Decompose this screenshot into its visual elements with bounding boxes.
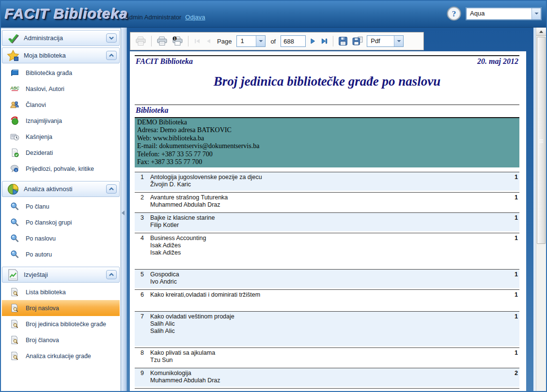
row-title-authors: GospodicaIvo Andric bbox=[150, 271, 499, 286]
print-icon[interactable] bbox=[156, 36, 168, 46]
sidebar-item-label: Po autoru bbox=[26, 251, 52, 258]
members-icon bbox=[10, 100, 19, 109]
row-author: Muhammed Abdulah Draz bbox=[150, 377, 499, 384]
row-number: 1 bbox=[135, 174, 150, 188]
scrollbar-thumb[interactable] bbox=[537, 37, 546, 244]
row-title-authors: Bajke iz klasicne starineFilip Kotler bbox=[150, 214, 499, 229]
checkmark-icon bbox=[7, 32, 19, 45]
app-header: FACIT Biblioteka Admin Administrator Odj… bbox=[1, 1, 546, 28]
row-author: Isak Adižes bbox=[150, 242, 499, 249]
sidebar-item-broj-naslova[interactable]: Broj naslova bbox=[2, 300, 120, 316]
report-rows: 1Antologija jugoslovenske poezije za dje… bbox=[135, 172, 519, 391]
sidebar-section-header-izvjestaji[interactable]: Izvještaji bbox=[2, 267, 120, 283]
total-pages-field[interactable] bbox=[281, 35, 306, 47]
logout-link[interactable]: Odjava bbox=[185, 14, 205, 21]
row-title: Kako plivati sa ajkulama bbox=[150, 349, 499, 357]
row-number: 7 bbox=[135, 313, 150, 335]
chevron-up-icon[interactable] bbox=[106, 270, 117, 279]
row-author: Tzu Sun bbox=[150, 357, 499, 364]
magnifier-icon bbox=[10, 234, 19, 243]
sidebar-splitter[interactable] bbox=[121, 28, 127, 391]
sidebar-item-deziderati[interactable]: Deziderati bbox=[2, 145, 120, 161]
sidebar-item-label: Deziderati bbox=[26, 150, 53, 156]
star-icon bbox=[7, 49, 19, 62]
app-window: FACIT Biblioteka Admin Administrator Odj… bbox=[0, 0, 547, 392]
row-count: 1 bbox=[499, 291, 519, 299]
sidebar-item-broj-clanova[interactable]: Broj članova bbox=[2, 332, 120, 348]
sidebar-section-header-analiza-aktivnosti[interactable]: Analiza aktivnosti bbox=[2, 181, 120, 197]
sidebar-item-analiza-cirkulacije-grade[interactable]: Analiza cirkulacije građe bbox=[2, 348, 120, 364]
print-preview-icon[interactable] bbox=[135, 36, 147, 46]
table-row: 8Kako plivati sa ajkulamaTzu Sun1 bbox=[135, 347, 519, 366]
row-count: 1 bbox=[499, 390, 519, 391]
row-count: 1 bbox=[499, 174, 519, 188]
table-row: 3Bajke iz klasicne starineFilip Kotler1 bbox=[135, 212, 519, 231]
last-page-icon[interactable] bbox=[320, 37, 328, 45]
chevron-down-icon[interactable] bbox=[256, 36, 265, 46]
table-row: 10LobiranjeMichel Clamen1 bbox=[135, 388, 519, 391]
sidebar-item-po-autoru[interactable]: Po autoru bbox=[2, 246, 120, 262]
theme-select[interactable]: Aqua bbox=[466, 8, 541, 20]
scroll-up-icon[interactable] bbox=[536, 28, 546, 36]
report-header-left: FACIT Biblioteka bbox=[136, 57, 193, 66]
vertical-scrollbar[interactable] bbox=[536, 28, 546, 391]
svg-text:ABC: ABC bbox=[10, 86, 19, 90]
table-row: 1Antologija jugoslovenske poezije za dje… bbox=[135, 172, 519, 191]
sidebar-item-label: Naslovi, Autori bbox=[26, 86, 64, 92]
sidebar-item-po-clanu[interactable]: Po članu bbox=[2, 198, 120, 214]
sidebar-item-kasnjenja[interactable]: Kašnjenja bbox=[2, 129, 120, 145]
sidebar-item-label: Broj jedinica bibliotečke građe bbox=[26, 321, 106, 328]
export-format-select[interactable]: Pdf bbox=[367, 35, 404, 47]
lending-icon bbox=[10, 116, 19, 125]
user-area: Admin Administrator Odjava bbox=[125, 14, 205, 21]
sidebar-item-po-clanskoj-grupi[interactable]: Po članskoj grupi bbox=[2, 214, 120, 230]
sidebar-item-prijedlozi-pohvale-kritike[interactable]: iPrijedlozi, pohvale, kritike bbox=[2, 161, 120, 177]
library-info-line: Telefon: +387 33 55 77 700 bbox=[137, 151, 517, 158]
row-number: 6 bbox=[135, 291, 150, 299]
library-info-line: Fax: +387 33 55 77 700 bbox=[137, 158, 517, 166]
chevron-up-icon[interactable] bbox=[106, 51, 117, 60]
row-title: Lobiranje bbox=[150, 390, 499, 391]
help-icon[interactable]: ? bbox=[447, 6, 461, 21]
collapse-sidebar-icon[interactable] bbox=[122, 211, 125, 215]
sidebar-item-po-naslovu[interactable]: Po naslovu bbox=[2, 230, 120, 246]
sidebar-item-iznajmljivanja[interactable]: Iznajmljivanja bbox=[2, 113, 120, 129]
next-page-icon[interactable] bbox=[309, 37, 317, 45]
sidebar-item-naslovi-autori[interactable]: ABCNaslovi, Autori bbox=[2, 81, 120, 97]
table-row: 9KomunikologijaMuhammed Abdulah Draz2 bbox=[135, 368, 519, 387]
page-number-value: 1 bbox=[237, 36, 256, 46]
row-number: 9 bbox=[135, 370, 150, 384]
page-number-select[interactable]: 1 bbox=[236, 35, 266, 47]
print-current-page-icon[interactable]: 1 bbox=[172, 36, 184, 46]
sidebar-item-bibliotecka-grada[interactable]: Bibliotečka građa bbox=[2, 65, 120, 81]
row-title: Avanture strašnog Tuturenka bbox=[150, 194, 499, 201]
sidebar-section-header-moja-biblioteka[interactable]: Moja biblioteka bbox=[2, 47, 120, 63]
sidebar-section-header-administracija[interactable]: Administracija bbox=[2, 30, 120, 46]
sidebar-section-label: Administracija bbox=[24, 34, 106, 42]
table-row: 6Kako kreirati,ovladati i dominirati trž… bbox=[135, 289, 519, 310]
row-author: Ivo Andric bbox=[150, 278, 499, 286]
row-title-authors: KomunikologijaMuhammed Abdulah Draz bbox=[150, 370, 499, 384]
save-export-icon[interactable] bbox=[338, 36, 348, 46]
chevron-up-icon[interactable] bbox=[106, 184, 117, 194]
sidebar-item-label: Kašnjenja bbox=[26, 134, 52, 140]
sidebar-item-lista-biblioteka[interactable]: Lista biblioteka bbox=[2, 284, 120, 300]
row-title: Kako kreirati,ovladati i dominirati trži… bbox=[150, 291, 499, 299]
magnifier-icon bbox=[10, 218, 19, 227]
first-page-icon[interactable] bbox=[193, 37, 201, 45]
row-count: 1 bbox=[499, 214, 519, 229]
header-right-controls: ? Aqua bbox=[447, 6, 541, 21]
sidebar-item-broj-jedinica-bibliotecke-grade[interactable]: Broj jedinica bibliotečke građe bbox=[2, 316, 120, 332]
save-current-page-icon[interactable] bbox=[352, 36, 363, 46]
sidebar-item-clanovi[interactable]: Članovi bbox=[2, 97, 120, 113]
row-count: 1 bbox=[499, 235, 519, 256]
of-label: of bbox=[269, 38, 277, 45]
sidebar-item-label: Analiza cirkulacije građe bbox=[26, 353, 91, 360]
previous-page-icon[interactable] bbox=[204, 37, 212, 45]
chevron-down-icon[interactable] bbox=[394, 36, 403, 46]
chevron-down-icon[interactable] bbox=[106, 33, 117, 43]
chevron-down-icon[interactable] bbox=[531, 8, 541, 19]
row-number: 5 bbox=[135, 271, 150, 286]
library-info-line: Adresa: Demo adresa BATKOVIC bbox=[137, 126, 517, 134]
svg-text:?: ? bbox=[452, 9, 456, 18]
